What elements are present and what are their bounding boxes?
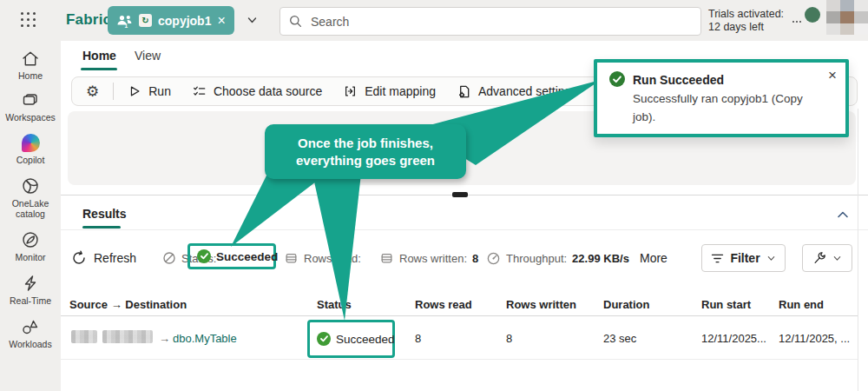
advanced-settings-button[interactable]: Advanced settings bbox=[446, 77, 588, 105]
edit-mapping-button[interactable]: Edit mapping bbox=[332, 77, 446, 105]
table-header-rule bbox=[61, 315, 858, 316]
col-duration: Duration bbox=[603, 298, 649, 311]
rows-icon bbox=[379, 251, 394, 265]
left-nav: Home Workspaces Copilot OneLake catalog bbox=[0, 41, 61, 391]
rows-written-value: 8 bbox=[472, 252, 478, 265]
svg-text:1: 1 bbox=[125, 22, 128, 28]
wrench-icon bbox=[812, 251, 826, 265]
stat-rows-written: Rows written: 8 bbox=[379, 244, 478, 272]
workloads-icon bbox=[21, 317, 40, 336]
play-icon bbox=[128, 84, 141, 98]
sidebar-item-workloads[interactable]: Workloads bbox=[2, 317, 59, 349]
sidebar-item-home[interactable]: Home bbox=[2, 50, 59, 81]
success-check-icon bbox=[197, 249, 211, 263]
run-succeeded-toast: Run Succeeded Successfully ran copyjob1 … bbox=[594, 59, 849, 137]
gear-icon: ⚙ bbox=[86, 84, 99, 99]
choose-data-source-button[interactable]: Choose data source bbox=[181, 77, 332, 105]
col-run-start: Run start bbox=[701, 298, 751, 311]
lightning-icon bbox=[21, 274, 40, 293]
source-dest-arrow: → bbox=[159, 332, 170, 345]
redacted-source-text bbox=[71, 330, 97, 343]
settings-button[interactable]: ⚙ bbox=[76, 77, 109, 105]
close-icon[interactable]: × bbox=[828, 68, 837, 83]
cell-rows-read: 8 bbox=[415, 332, 421, 345]
tools-button[interactable] bbox=[802, 244, 852, 272]
success-check-icon bbox=[317, 332, 331, 346]
onelake-catalog-icon bbox=[21, 176, 40, 196]
status-icon bbox=[162, 251, 176, 265]
collapse-chevron-up-icon[interactable] bbox=[836, 209, 850, 221]
results-header-divider bbox=[61, 229, 868, 230]
mapping-brackets-icon bbox=[343, 84, 358, 98]
status-value: Succeeded bbox=[216, 250, 278, 263]
workspace-tab-label: copyjob1 bbox=[158, 14, 211, 28]
tab-view[interactable]: View bbox=[135, 49, 161, 63]
col-rows-read: Rows read bbox=[415, 298, 472, 311]
col-rows-written: Rows written bbox=[506, 298, 576, 311]
throughput-value: 22.99 KB/s bbox=[572, 252, 629, 265]
cell-run-start: 12/11/2025... bbox=[701, 332, 766, 345]
home-icon bbox=[21, 50, 40, 68]
scrollbar-track[interactable] bbox=[858, 109, 858, 391]
account-avatar[interactable] bbox=[805, 7, 820, 23]
copyjob-item-icon: ↻ bbox=[139, 14, 152, 27]
rows-icon bbox=[284, 251, 299, 265]
col-status: Status bbox=[317, 298, 352, 311]
global-search[interactable] bbox=[279, 7, 701, 36]
monitor-icon bbox=[21, 230, 40, 249]
sidebar-item-workspaces[interactable]: Workspaces bbox=[2, 92, 59, 123]
people-icon: 1 bbox=[116, 14, 133, 28]
app-launcher-icon[interactable] bbox=[21, 12, 38, 30]
toolbar-divider bbox=[113, 83, 114, 100]
annotation-callout: Once the job finishes, everything goes g… bbox=[265, 124, 466, 179]
chevron-down-icon bbox=[766, 254, 776, 263]
filter-icon bbox=[711, 253, 724, 264]
close-tab-icon[interactable]: × bbox=[217, 14, 225, 28]
blurred-profile-image bbox=[826, 0, 868, 35]
cell-run-end: 12/11/2025, ... bbox=[779, 332, 850, 345]
col-run-end: Run end bbox=[779, 298, 824, 311]
run-button[interactable]: Run bbox=[117, 77, 181, 105]
results-title: Results bbox=[82, 207, 127, 221]
sidebar-item-real-time[interactable]: Real-Time bbox=[2, 274, 59, 306]
col-source-destination: Source → Destination bbox=[69, 298, 187, 311]
refresh-icon bbox=[71, 250, 87, 266]
success-check-icon bbox=[609, 71, 625, 87]
filter-button[interactable]: Filter bbox=[701, 244, 786, 272]
table-row-rule bbox=[61, 359, 858, 360]
gauge-icon bbox=[486, 251, 501, 266]
active-tab-underline bbox=[81, 68, 117, 70]
refresh-button[interactable]: Refresh bbox=[71, 244, 136, 272]
sidebar-item-copilot[interactable]: Copilot bbox=[2, 134, 59, 165]
sidebar-item-monitor[interactable]: Monitor bbox=[2, 230, 59, 262]
sidebar-item-onelake-catalog[interactable]: OneLake catalog bbox=[2, 176, 59, 219]
cell-duration: 23 sec bbox=[603, 332, 636, 345]
row-succeeded-highlight: Succeeded bbox=[307, 320, 395, 358]
cell-rows-written: 8 bbox=[506, 332, 512, 345]
destination-link[interactable]: dbo.MyTable bbox=[173, 332, 237, 345]
avatar-status-dots bbox=[792, 21, 801, 23]
stat-rows-read: Rows read: bbox=[284, 244, 361, 272]
workspace-tab-copyjob1[interactable]: 1 ↻ copyjob1 × bbox=[108, 6, 234, 35]
workspaces-icon bbox=[21, 92, 40, 109]
document-gear-icon bbox=[457, 84, 471, 99]
results-active-underline bbox=[82, 226, 121, 229]
tab-home[interactable]: Home bbox=[82, 49, 116, 63]
toast-title: Run Succeeded bbox=[633, 71, 824, 88]
fabric-app-window: Fabric 1 ↻ copyjob1 × Trials activated: … bbox=[0, 0, 868, 391]
search-input[interactable] bbox=[309, 14, 642, 30]
search-icon bbox=[289, 15, 302, 28]
toast-message: Successfully ran copyjob1 (Copy job). bbox=[633, 89, 824, 126]
copilot-icon bbox=[22, 134, 40, 152]
stat-throughput: Throughput: 22.99 KB/s bbox=[486, 244, 629, 272]
tab-list-chevron-down-icon[interactable] bbox=[247, 15, 258, 26]
status-succeeded-highlight: Succeeded bbox=[187, 243, 276, 269]
chevron-down-icon bbox=[832, 254, 842, 263]
trials-status: Trials activated: 12 days left bbox=[708, 8, 804, 34]
fabric-logo[interactable]: Fabric bbox=[66, 11, 111, 29]
checklist-icon bbox=[192, 84, 207, 98]
redacted-source-text bbox=[102, 330, 153, 343]
row-status-value: Succeeded bbox=[336, 333, 395, 346]
panel-resize-handle[interactable] bbox=[452, 192, 468, 197]
more-button[interactable]: More bbox=[640, 244, 667, 272]
